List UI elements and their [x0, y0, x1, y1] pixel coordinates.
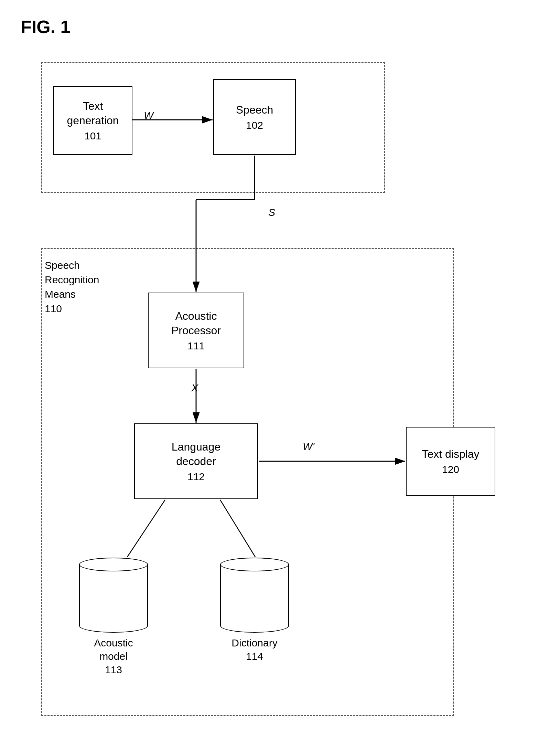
acoustic-processor-number: 111 [187, 340, 205, 352]
arrow-w-label: W [144, 109, 153, 121]
acoustic-model-label: Acousticmodel113 [94, 636, 133, 676]
text-generation-number: 101 [84, 130, 101, 142]
speech-label: Speech [236, 103, 273, 117]
text-generation-label: Textgeneration [67, 99, 119, 128]
arrow-wprime-label: W' [303, 441, 314, 452]
arrow-x-label: X [191, 382, 198, 394]
text-generation-block: Textgeneration 101 [53, 86, 132, 155]
acoustic-processor-block: AcousticProcessor 111 [148, 293, 244, 368]
text-display-number: 120 [442, 464, 459, 475]
acoustic-model-cylinder: Acousticmodel113 [79, 558, 148, 676]
page-title: FIG. 1 [21, 17, 70, 37]
language-decoder-number: 112 [187, 471, 205, 483]
arrow-s-label: S [268, 207, 275, 218]
language-decoder-block: Languagedecoder 112 [134, 423, 258, 499]
cyl-dict-top [220, 558, 289, 571]
dictionary-cylinder: Dictionary114 [220, 558, 289, 663]
dictionary-label: Dictionary114 [231, 636, 277, 663]
cyl-acoustic-top [79, 558, 148, 571]
text-display-label: Text display [422, 447, 479, 462]
language-decoder-label: Languagedecoder [172, 440, 220, 468]
speech-block: Speech 102 [213, 79, 296, 155]
cyl-acoustic-body [79, 565, 148, 620]
acoustic-processor-label: AcousticProcessor [171, 309, 221, 338]
cyl-dict-body [220, 565, 289, 620]
cyl-dict-bottom [220, 619, 289, 633]
text-display-block: Text display 120 [406, 427, 495, 496]
sr-means-label: Speech Recognition Means 110 [45, 258, 99, 316]
cyl-acoustic-bottom [79, 619, 148, 633]
speech-number: 102 [246, 119, 263, 131]
